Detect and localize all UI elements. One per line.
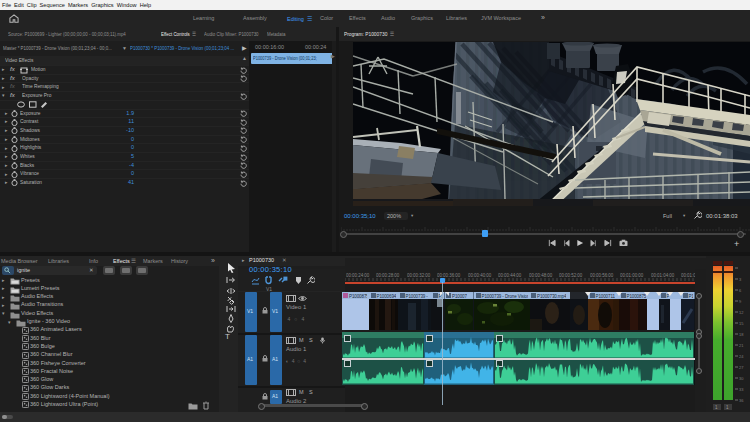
svg-text:33: 33 (739, 387, 744, 392)
svg-text:27: 27 (739, 365, 744, 370)
svg-text:3: 3 (739, 277, 742, 282)
svg-text:30: 30 (739, 376, 744, 381)
svg-text:12: 12 (739, 310, 744, 315)
svg-text:36: 36 (739, 398, 744, 403)
svg-text:15: 15 (739, 321, 744, 326)
svg-text:21: 21 (739, 343, 744, 348)
svg-text:6: 6 (739, 288, 742, 293)
svg-text:18: 18 (739, 332, 744, 337)
svg-text:9: 9 (739, 299, 742, 304)
svg-text:24: 24 (739, 354, 744, 359)
